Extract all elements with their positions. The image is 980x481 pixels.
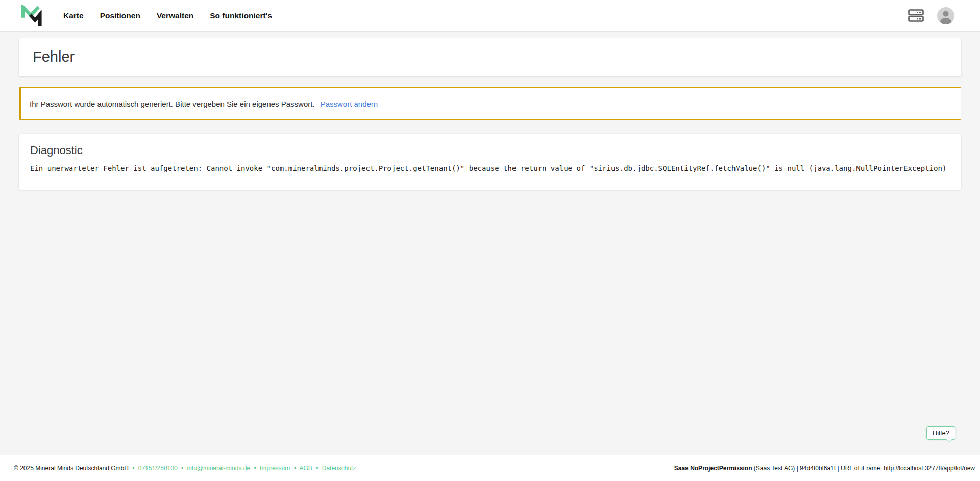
top-navbar: Karte Positionen Verwalten So funktionie… [0, 0, 980, 32]
footer-link-datenschutz[interactable]: Datenschutz [322, 465, 356, 472]
dns-server-icon[interactable] [908, 9, 924, 22]
copyright-text: © 2025 Mineral Minds Deutschland GmbH [14, 465, 129, 472]
footer-link-phone[interactable]: 07151/250100 [138, 465, 178, 472]
error-title-card: Fehler [19, 38, 961, 76]
nav-item-so-funktionierts[interactable]: So funktioniert's [210, 11, 272, 20]
nav-item-positionen[interactable]: Positionen [100, 11, 140, 20]
page-footer: © 2025 Mineral Minds Deutschland GmbH • … [0, 455, 980, 481]
page-title: Fehler [33, 49, 947, 64]
change-password-link[interactable]: Passwort ändern [321, 99, 378, 108]
diagnostic-title: Diagnostic [30, 144, 950, 157]
session-details: (Saas Test AG) | 94d4f0bf6a1f | URL of i… [754, 465, 975, 472]
main-nav: Karte Positionen Verwalten So funktionie… [63, 11, 272, 20]
help-button[interactable]: Hilfe? [926, 426, 955, 440]
help-label: Hilfe? [933, 429, 949, 437]
nav-item-karte[interactable]: Karte [63, 11, 84, 20]
user-avatar-icon[interactable] [937, 7, 954, 24]
footer-separator: • [181, 465, 183, 472]
diagnostic-card: Diagnostic Ein unerwarteter Fehler ist a… [19, 134, 961, 190]
logo-svg [20, 5, 43, 27]
footer-separator: • [254, 465, 256, 472]
footer-separator: • [132, 465, 134, 472]
footer-link-email[interactable]: info@mineral-minds.de [187, 465, 250, 472]
nav-item-verwalten[interactable]: Verwalten [157, 11, 193, 20]
help-bubble-tail [946, 436, 952, 443]
footer-session-info: Saas NoProjectPermission (Saas Test AG) … [674, 465, 975, 472]
password-warning-alert: Ihr Passwort wurde automatisch generiert… [19, 87, 961, 120]
footer-company-info: © 2025 Mineral Minds Deutschland GmbH • … [14, 465, 356, 472]
diagnostic-error-message: Ein unerwarteter Fehler ist aufgetreten:… [30, 164, 950, 173]
session-permission: Saas NoProjectPermission [674, 465, 752, 472]
navbar-right [908, 7, 954, 24]
footer-link-agb[interactable]: AGB [300, 465, 312, 472]
footer-separator: • [294, 465, 296, 472]
footer-separator: • [316, 465, 318, 472]
alert-message: Ihr Passwort wurde automatisch generiert… [30, 99, 315, 108]
footer-link-impressum[interactable]: Impressum [260, 465, 290, 472]
mineral-minds-logo-icon[interactable] [20, 5, 43, 27]
main-content: Fehler Ihr Passwort wurde automatisch ge… [0, 32, 980, 190]
